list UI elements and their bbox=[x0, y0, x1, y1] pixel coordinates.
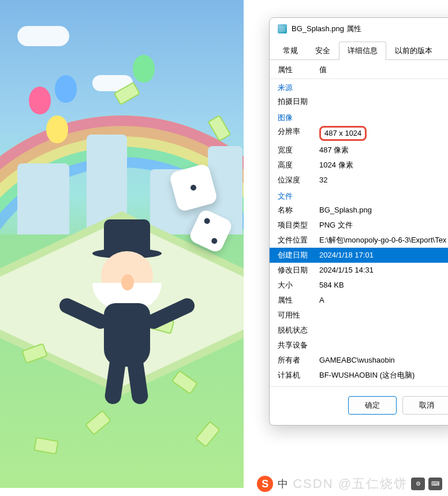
property-label: 脱机状态 bbox=[278, 325, 319, 336]
property-label: 大小 bbox=[278, 279, 319, 291]
tab-1[interactable]: 安全 bbox=[307, 42, 339, 60]
property-value: BG_Splash.png bbox=[319, 204, 448, 216]
property-value bbox=[319, 325, 448, 336]
dialog-buttons: 确定 取消 bbox=[270, 386, 448, 425]
property-row[interactable]: 名称BG_Splash.png bbox=[270, 203, 448, 218]
dialog-content: 属性 值 来源拍摄日期图像分辨率487 x 1024宽度487 像素高度1024… bbox=[270, 60, 448, 384]
property-row[interactable]: 项目类型PNG 文件 bbox=[270, 218, 448, 233]
property-row[interactable]: 脱机状态 bbox=[270, 323, 448, 338]
image-file-icon bbox=[278, 24, 287, 33]
property-value: 584 KB bbox=[319, 279, 448, 291]
property-value: 2024/1/18 17:01 bbox=[319, 249, 448, 261]
balloon-decoration bbox=[46, 115, 68, 143]
image-preview bbox=[0, 0, 244, 488]
property-row[interactable]: 所有者GAMEABC\wushaobin bbox=[270, 353, 448, 368]
properties-dialog: BG_Splash.png 属性 常规安全详细信息以前的版本 属性 值 来源拍摄… bbox=[269, 17, 448, 426]
property-header-row: 属性 值 bbox=[270, 60, 448, 79]
property-label: 高度 bbox=[278, 159, 319, 171]
property-row[interactable]: 属性A bbox=[270, 293, 448, 308]
sogou-ime-icon[interactable]: S bbox=[257, 476, 273, 492]
property-row[interactable]: 拍摄日期 bbox=[270, 94, 448, 109]
property-label: 分辨率 bbox=[278, 126, 319, 141]
cloud-decoration bbox=[17, 26, 69, 46]
property-label: 创建日期 bbox=[278, 249, 319, 261]
dialog-titlebar[interactable]: BG_Splash.png 属性 bbox=[270, 18, 448, 39]
property-label: 宽度 bbox=[278, 144, 319, 156]
property-label: 计算机 bbox=[278, 370, 319, 381]
header-value: 值 bbox=[319, 65, 327, 75]
header-property: 属性 bbox=[278, 65, 319, 75]
tab-3[interactable]: 以前的版本 bbox=[386, 42, 441, 60]
property-row[interactable]: 宽度487 像素 bbox=[270, 143, 448, 158]
property-row[interactable]: 大小584 KB bbox=[270, 278, 448, 293]
resolution-highlight: 487 x 1024 bbox=[319, 126, 367, 141]
property-value: 487 像素 bbox=[319, 144, 448, 156]
property-value: GAMEABC\wushaobin bbox=[319, 355, 448, 366]
section-title: 来源 bbox=[270, 79, 448, 94]
property-label: 共享设备 bbox=[278, 340, 319, 351]
property-value bbox=[319, 96, 448, 107]
property-row[interactable]: 创建日期2024/1/18 17:01 bbox=[270, 248, 448, 263]
property-row[interactable]: 位深度32 bbox=[270, 173, 448, 188]
balloon-decoration bbox=[133, 55, 155, 83]
property-label: 属性 bbox=[278, 294, 319, 306]
property-label: 项目类型 bbox=[278, 219, 319, 231]
property-value: 2024/1/15 14:31 bbox=[319, 264, 448, 276]
property-value: A bbox=[319, 294, 448, 306]
dialog-title: BG_Splash.png 属性 bbox=[292, 24, 361, 34]
property-label: 修改日期 bbox=[278, 264, 319, 276]
property-value bbox=[319, 340, 448, 351]
ok-button[interactable]: 确定 bbox=[348, 396, 397, 415]
property-label: 所有者 bbox=[278, 355, 319, 366]
property-row[interactable]: 文件位置E:\解包\monopoly-go-0-6-3\Export\Tex bbox=[270, 233, 448, 248]
cancel-button[interactable]: 取消 bbox=[402, 396, 448, 415]
property-value: E:\解包\monopoly-go-0-6-3\Export\Tex bbox=[319, 234, 448, 246]
property-row[interactable]: 修改日期2024/1/15 14:31 bbox=[270, 263, 448, 278]
section-title: 文件 bbox=[270, 188, 448, 203]
section-title: 图像 bbox=[270, 109, 448, 124]
property-value: 32 bbox=[319, 174, 448, 186]
property-label: 文件位置 bbox=[278, 234, 319, 246]
ime-language-indicator[interactable]: 中 bbox=[277, 477, 289, 491]
property-value: 1024 像素 bbox=[319, 159, 448, 171]
property-value bbox=[319, 309, 448, 321]
property-label: 位深度 bbox=[278, 174, 319, 186]
balloon-decoration bbox=[29, 87, 51, 114]
property-value: 487 x 1024 bbox=[319, 126, 448, 141]
ime-taskbar: S 中 CSDN @五仁烧饼 ⚙ ⌨ bbox=[257, 475, 442, 493]
property-row[interactable]: 高度1024 像素 bbox=[270, 158, 448, 173]
tab-0[interactable]: 常规 bbox=[274, 42, 307, 60]
property-row[interactable]: 可用性 bbox=[270, 308, 448, 323]
tab-2[interactable]: 详细信息 bbox=[339, 42, 386, 60]
property-row[interactable]: 计算机BF-WUSHAOBIN (这台电脑) bbox=[270, 368, 448, 383]
building-decoration bbox=[17, 163, 69, 244]
ime-tool-icon[interactable]: ⚙ bbox=[411, 478, 425, 490]
property-row[interactable]: 共享设备 bbox=[270, 338, 448, 353]
property-value: BF-WUSHAOBIN (这台电脑) bbox=[319, 370, 448, 381]
property-value: PNG 文件 bbox=[319, 219, 448, 231]
property-label: 可用性 bbox=[278, 309, 319, 321]
ime-tool-icon[interactable]: ⌨ bbox=[428, 478, 442, 490]
mr-monopoly-character bbox=[69, 219, 185, 404]
balloon-decoration bbox=[55, 75, 77, 103]
property-label: 拍摄日期 bbox=[278, 96, 319, 107]
property-row[interactable]: 分辨率487 x 1024 bbox=[270, 124, 448, 143]
property-label: 名称 bbox=[278, 204, 319, 216]
tabs-container: 常规安全详细信息以前的版本 bbox=[270, 41, 448, 60]
csdn-watermark: CSDN @五仁烧饼 bbox=[293, 475, 408, 493]
